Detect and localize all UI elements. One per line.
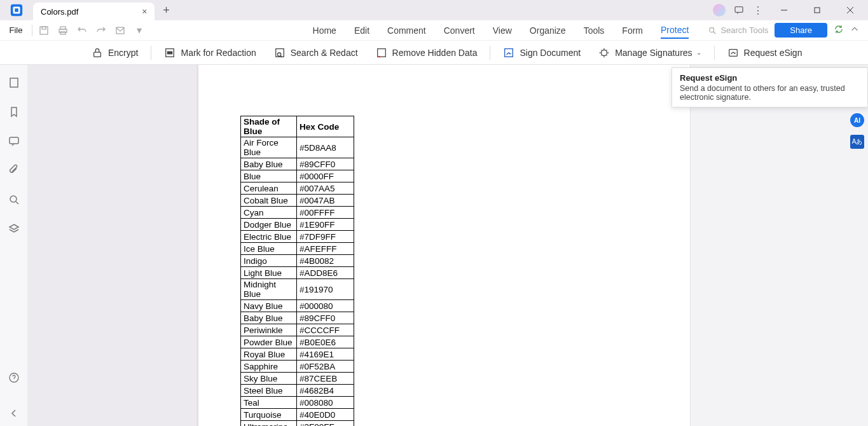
redo-icon[interactable] [96,25,106,36]
pdf-page: Shade of Blue Hex Code Air Force Blue#5D… [198,65,690,426]
table-cell: Baby Blue [241,158,297,170]
table-row: Cobalt Blue#0047AB [241,195,354,207]
table-cell: #5D8AA8 [297,137,354,158]
table-cell: Indigo [241,255,297,267]
request-esign-label: Request eSign [744,48,803,58]
maximize-button[interactable] [804,0,830,20]
table-row: Cyan#00FFFF [241,207,354,219]
layers-icon[interactable] [8,223,20,235]
table-row: Baby Blue#89CFF0 [241,158,354,170]
workspace: Shade of Blue Hex Code Air Force Blue#5D… [0,65,868,426]
table-row: Sky Blue#87CEEB [241,373,354,385]
table-cell: #4169E1 [297,348,354,361]
search-icon[interactable] [8,193,20,206]
minimize-button[interactable] [771,0,797,20]
search-redact-button[interactable]: Search & Redact [265,45,367,60]
menu-tab-form[interactable]: Form [622,23,643,38]
sync-icon[interactable] [834,24,844,37]
sign-document-button[interactable]: Sign Document [494,45,589,60]
new-tab-button[interactable]: + [155,0,177,20]
remove-hidden-button[interactable]: Remove Hidden Data [367,45,486,60]
menu-tab-convert[interactable]: Convert [444,23,475,38]
document-canvas[interactable]: Shade of Blue Hex Code Air Force Blue#5D… [28,65,690,426]
thumbnails-icon[interactable] [8,76,20,89]
search-redact-label: Search & Redact [291,48,358,58]
svg-rect-12 [60,32,65,34]
table-header: Shade of Blue [241,116,297,137]
file-menu[interactable]: File [0,25,32,35]
menu-tab-view[interactable]: View [493,23,512,38]
table-cell: Baby Blue [241,312,297,324]
table-row: Periwinkle#CCCCFF [241,324,354,336]
close-tab-icon[interactable]: × [142,6,147,17]
svg-rect-5 [815,8,820,13]
menu-tab-organize[interactable]: Organize [530,23,566,38]
translate-icon[interactable]: Aあ [850,135,864,149]
ai-icon[interactable]: AI [850,113,864,127]
table-cell: Ice Blue [241,243,297,255]
table-cell: #4682B4 [297,385,354,397]
table-cell: Royal Blue [241,348,297,361]
chat-icon[interactable] [733,4,745,16]
table-cell: Cyan [241,207,297,219]
table-cell: #CCCCFF [297,324,354,336]
bookmarks-icon[interactable] [8,106,20,118]
chevron-down-icon: ⌄ [696,49,701,56]
attachments-icon[interactable] [8,164,20,177]
manage-signatures-label: Manage Signatures [615,48,692,58]
app-logo-icon[interactable] [0,0,33,20]
table-cell: Midnight Blue [241,279,297,300]
svg-point-26 [10,196,17,202]
table-row: Ice Blue#AFEFFF [241,243,354,255]
table-row: Dodger Blue#1E90FF [241,219,354,231]
share-button[interactable]: Share [775,23,827,38]
request-esign-button[interactable]: Request eSign [719,45,811,60]
svg-rect-23 [729,49,737,56]
tab-title: Colors.pdf [41,7,78,17]
table-cell: #4B0082 [297,255,354,267]
table-cell: #AFEFFF [297,243,354,255]
mark-redaction-button[interactable]: Mark for Redaction [155,45,265,60]
table-cell: #0047AB [297,195,354,207]
table-row: Teal#008080 [241,397,354,409]
svg-point-22 [602,50,607,55]
encrypt-label: Encrypt [108,48,138,58]
table-cell: #007AA5 [297,182,354,195]
close-window-button[interactable] [837,0,863,20]
print-icon[interactable] [58,25,68,36]
help-icon[interactable] [8,371,20,384]
menu-tab-tools[interactable]: Tools [584,23,605,38]
quick-access-toolbar: ▾ [32,25,151,36]
collapse-left-icon[interactable] [8,407,20,420]
manage-signatures-button[interactable]: Manage Signatures ⌄ [589,45,710,60]
table-cell: Sky Blue [241,373,297,385]
encrypt-button[interactable]: Encrypt [83,45,147,60]
svg-rect-2 [15,8,18,12]
undo-icon[interactable] [77,25,87,36]
quick-dropdown-icon[interactable]: ▾ [134,25,144,36]
menu-tab-home[interactable]: Home [313,23,336,38]
table-cell: Powder Blue [241,336,297,348]
document-tab[interactable]: Colors.pdf × [33,3,155,20]
mail-icon[interactable] [115,25,125,36]
search-tools[interactable]: Search Tools [708,25,768,35]
save-icon[interactable] [39,25,49,36]
request-esign-tooltip: Request eSign Send a document to others … [672,67,868,107]
menu-tab-protect[interactable]: Protect [661,22,689,39]
table-cell: #3F00FF [297,421,354,427]
svg-rect-24 [10,78,18,87]
tooltip-title: Request eSign [680,73,860,83]
table-cell: Electric Blue [241,231,297,243]
comments-icon[interactable] [8,135,20,148]
svg-rect-20 [377,48,385,57]
user-avatar[interactable] [713,4,726,17]
table-cell: Cerulean [241,182,297,195]
table-row: Light Blue#ADD8E6 [241,267,354,279]
table-row: Ultramarine#3F00FF [241,421,354,427]
menu-tab-edit[interactable]: Edit [354,23,369,38]
table-cell: Air Force Blue [241,137,297,158]
table-row: Navy Blue#000080 [241,300,354,312]
menu-tab-comment[interactable]: Comment [387,23,426,38]
collapse-ribbon-icon[interactable] [850,25,859,36]
more-icon[interactable]: ⋮ [752,4,764,16]
